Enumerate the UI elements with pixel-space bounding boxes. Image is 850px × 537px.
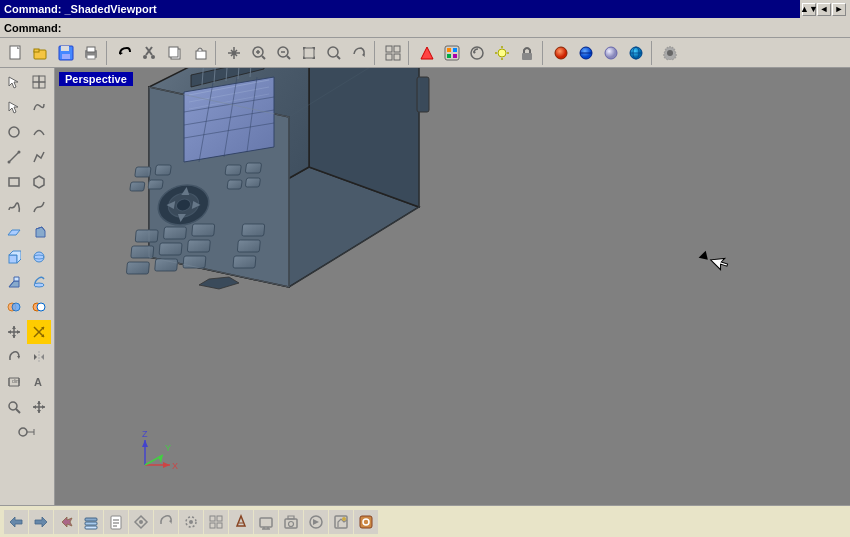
svg-marker-74 (14, 277, 19, 281)
surface-btn[interactable] (2, 220, 26, 244)
bt-display-btn[interactable] (254, 510, 278, 534)
pan2-btn[interactable] (27, 395, 51, 419)
extrude-btn[interactable] (2, 270, 26, 294)
scroll-updown-btn[interactable]: ▲▼ (802, 3, 816, 16)
scroll-right-btn[interactable]: ► (832, 3, 846, 16)
svg-rect-25 (304, 48, 314, 58)
polygon-btn[interactable] (27, 170, 51, 194)
material-sphere-btn[interactable] (599, 41, 623, 65)
svg-text:dim: dim (12, 378, 20, 384)
bt-forward-btn[interactable] (29, 510, 53, 534)
light-btn[interactable] (490, 41, 514, 65)
svg-marker-172 (10, 517, 22, 527)
freeform-btn[interactable] (2, 195, 26, 219)
paste-btn[interactable] (188, 41, 212, 65)
svg-rect-57 (39, 76, 45, 82)
settings-btn[interactable] (658, 41, 682, 65)
open-btn[interactable] (29, 41, 53, 65)
copy-btn[interactable] (163, 41, 187, 65)
bt-back-btn[interactable] (4, 510, 28, 534)
bt-layer-btn[interactable] (79, 510, 103, 534)
svg-marker-84 (12, 335, 16, 338)
mouse-cursor (699, 251, 712, 264)
toolbar-sep-4 (408, 41, 412, 65)
svg-rect-32 (394, 54, 400, 60)
new-btn[interactable] (4, 41, 28, 65)
zoom-extents-btn[interactable] (297, 41, 321, 65)
bt-grid2-btn[interactable] (204, 510, 228, 534)
render-btn[interactable] (415, 41, 439, 65)
viewport[interactable]: Perspective (55, 68, 850, 505)
globe-btn[interactable] (624, 41, 648, 65)
svg-rect-176 (85, 522, 97, 525)
zoom-selected-btn[interactable] (322, 41, 346, 65)
main-toolbar (0, 38, 850, 68)
zoom-window-btn[interactable] (247, 41, 271, 65)
bt-render3-btn[interactable] (329, 510, 353, 534)
bt-rotate-btn[interactable] (154, 510, 178, 534)
circle-btn[interactable] (2, 120, 26, 144)
rotate-left-btn[interactable] (465, 41, 489, 65)
mirror-btn[interactable] (27, 345, 51, 369)
perspective-label: Perspective (59, 72, 133, 86)
curve-btn[interactable] (27, 95, 51, 119)
svg-rect-141 (130, 182, 145, 191)
svg-line-27 (337, 56, 340, 59)
hemisphere-btn[interactable] (574, 41, 598, 65)
bt-render2-btn[interactable] (304, 510, 328, 534)
svg-rect-17 (196, 51, 206, 59)
dim-btn[interactable]: dim (2, 370, 26, 394)
sphere-btn[interactable] (549, 41, 573, 65)
svg-rect-144 (245, 178, 260, 187)
sphere2-btn[interactable] (27, 245, 51, 269)
polyline-btn[interactable] (27, 145, 51, 169)
rotate-btn[interactable] (2, 345, 26, 369)
svg-rect-138 (155, 165, 171, 175)
svg-rect-155 (183, 256, 206, 268)
command-input[interactable] (65, 22, 846, 34)
zoom-out-btn[interactable] (272, 41, 296, 65)
select-btn[interactable] (2, 70, 26, 94)
box-btn[interactable] (2, 245, 26, 269)
bt-object-btn[interactable] (129, 510, 153, 534)
svg-rect-58 (33, 82, 39, 88)
cut-btn[interactable] (138, 41, 162, 65)
bt-dim2-btn[interactable] (229, 510, 253, 534)
osnap-btn[interactable] (2, 420, 52, 444)
print-btn[interactable] (79, 41, 103, 65)
svg-point-101 (9, 402, 17, 410)
bt-camera-btn[interactable] (279, 510, 303, 534)
viewport-grid-btn[interactable] (381, 41, 405, 65)
point-btn[interactable] (2, 95, 26, 119)
bt-snap-btn[interactable] (179, 510, 203, 534)
boolean-diff-btn[interactable] (27, 295, 51, 319)
line-btn[interactable] (2, 145, 26, 169)
zoom2-btn[interactable] (2, 395, 26, 419)
rotate-view-btn[interactable] (347, 41, 371, 65)
rectangle-btn[interactable] (2, 170, 26, 194)
scale-btn[interactable] (27, 320, 51, 344)
arc-btn[interactable] (27, 120, 51, 144)
boolean-union-btn[interactable] (2, 295, 26, 319)
svg-rect-6 (62, 54, 70, 59)
bt-properties-btn[interactable] (104, 510, 128, 534)
save-btn[interactable] (54, 41, 78, 65)
revolve-btn[interactable] (27, 270, 51, 294)
select-all-btn[interactable] (27, 70, 51, 94)
bt-settings2-btn[interactable] (354, 510, 378, 534)
undo-btn[interactable] (113, 41, 137, 65)
scrollbar-area[interactable]: ▲▼ ◄ ► (800, 0, 850, 18)
text-btn[interactable]: A (27, 370, 51, 394)
scroll-left-btn[interactable]: ◄ (817, 3, 831, 16)
lock-btn[interactable] (515, 41, 539, 65)
pan-btn[interactable] (222, 41, 246, 65)
svg-rect-145 (135, 230, 158, 242)
spline-btn[interactable] (27, 195, 51, 219)
svg-text:X: X (172, 461, 178, 471)
solid-btn[interactable] (27, 220, 51, 244)
svg-point-41 (498, 49, 506, 57)
move-btn[interactable] (2, 320, 26, 344)
bt-select-btn[interactable] (54, 510, 78, 534)
svg-rect-140 (245, 163, 261, 173)
material-btn[interactable] (440, 41, 464, 65)
